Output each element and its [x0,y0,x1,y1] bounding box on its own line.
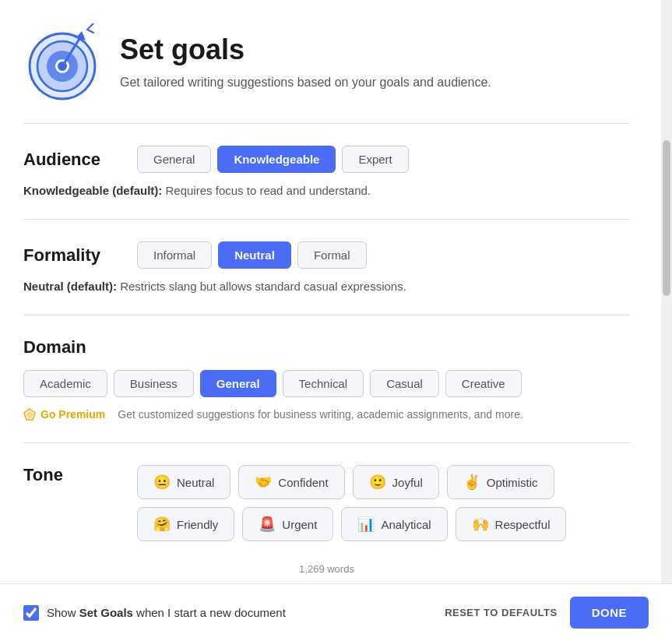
reset-defaults-button[interactable]: RESET TO DEFAULTS [445,607,558,618]
word-count: 1,269 words [299,563,354,575]
svg-line-9 [87,23,93,30]
confident-label: Confident [278,476,328,489]
formality-description: Neutral (default): Restricts slang but a… [23,280,630,293]
svg-marker-12 [26,410,33,418]
audience-btn-group: General Knowledgeable Expert [137,146,409,173]
optimistic-emoji: ✌️ [463,474,480,491]
header-section: Set goals Get tailored writing suggestio… [23,23,630,101]
domain-btn-academic[interactable]: Academic [23,370,107,397]
formality-btn-neutral[interactable]: Neutral [218,241,291,269]
tone-btn-group: 😐 Neutral 🤝 Confident 🙂 Joyful ✌️ Optimi… [137,465,630,541]
domain-bottom: Go Premium Get customized suggestions fo… [23,408,630,421]
domain-btn-technical[interactable]: Technical [283,370,364,397]
neutral-emoji: 😐 [153,474,171,491]
page-title: Set goals [120,33,491,66]
tone-btn-analytical[interactable]: 📊 Analytical [341,507,447,541]
audience-btn-knowledgeable[interactable]: Knowledgeable [217,146,336,173]
analytical-emoji: 📊 [357,516,375,533]
tone-btn-optimistic[interactable]: ✌️ Optimistic [447,465,554,499]
header-text: Set goals Get tailored writing suggestio… [120,33,491,91]
respectful-emoji: 🙌 [472,516,489,533]
audience-description: Knowledgeable (default): Requires focus … [23,184,630,197]
neutral-label: Neutral [177,476,214,489]
urgent-emoji: 🚨 [259,516,276,533]
domain-btn-business[interactable]: Business [114,370,194,397]
domain-label: Domain [23,337,125,357]
tone-btn-neutral[interactable]: 😐 Neutral [137,465,230,499]
formality-btn-formal[interactable]: Formal [297,241,367,269]
friendly-label: Friendly [177,518,218,531]
show-goals-checkbox-label[interactable]: Show Set Goals when I start a new docume… [23,605,286,621]
tone-top: Tone 😐 Neutral 🤝 Confident 🙂 Joyful ✌️ O… [23,465,630,541]
friendly-emoji: 🤗 [153,516,171,533]
audience-label: Audience [23,150,125,170]
formality-btn-informal[interactable]: Informal [137,241,212,269]
domain-btn-creative[interactable]: Creative [445,370,522,397]
analytical-label: Analytical [381,518,431,531]
urgent-label: Urgent [282,518,317,531]
domain-top: Domain Academic Business General Technic… [23,337,630,397]
tone-btn-urgent[interactable]: 🚨 Urgent [242,507,333,541]
checkbox-text: Show Set Goals when I start a new docume… [47,606,286,619]
footer-right: RESET TO DEFAULTS DONE [445,597,649,629]
formality-desc-rest: Restricts slang but allows standard casu… [117,280,406,293]
audience-section: Audience General Knowledgeable Expert Kn… [23,124,630,220]
formality-top: Formality Informal Neutral Formal [23,241,630,269]
show-goals-checkbox[interactable] [23,605,39,621]
footer-left: Show Set Goals when I start a new docume… [23,605,286,621]
audience-btn-general[interactable]: General [137,146,211,173]
audience-btn-expert[interactable]: Expert [342,146,408,173]
done-button[interactable]: DONE [570,597,649,629]
premium-description: Get customized suggestions for business … [118,408,523,421]
domain-section: Domain Academic Business General Technic… [23,315,630,443]
page-description: Get tailored writing suggestions based o… [120,74,491,91]
domain-btn-general[interactable]: General [200,370,276,397]
domain-btn-group: Academic Business General Technical Casu… [23,370,522,397]
footer-bar: Show Set Goals when I start a new docume… [0,583,672,641]
tone-btn-joyful[interactable]: 🙂 Joyful [353,465,439,499]
joyful-label: Joyful [392,476,423,489]
formality-label: Formality [23,245,125,266]
premium-label: Go Premium [40,408,105,421]
tone-section: Tone 😐 Neutral 🤝 Confident 🙂 Joyful ✌️ O… [23,443,630,557]
premium-diamond-icon [23,408,36,421]
audience-desc-rest: Requires focus to read and understand. [162,184,371,197]
svg-line-10 [87,30,93,33]
scrollbar-track[interactable] [661,0,672,641]
optimistic-label: Optimistic [487,476,538,489]
target-icon [23,23,101,101]
joyful-emoji: 🙂 [369,474,386,491]
tone-label: Tone [23,465,125,485]
scrollbar-thumb[interactable] [663,140,670,296]
audience-desc-bold: Knowledgeable (default): [23,184,162,197]
tone-btn-friendly[interactable]: 🤗 Friendly [137,507,234,541]
tone-btn-confident[interactable]: 🤝 Confident [238,465,344,499]
formality-btn-group: Informal Neutral Formal [137,241,367,269]
confident-emoji: 🤝 [255,474,272,491]
respectful-label: Respectful [495,518,551,531]
go-premium-link[interactable]: Go Premium [23,408,105,421]
set-goals-bold: Set Goals [79,606,133,619]
formality-desc-bold: Neutral (default): [23,280,117,293]
tone-btn-respectful[interactable]: 🙌 Respectful [456,507,567,541]
formality-section: Formality Informal Neutral Formal Neutra… [23,220,630,315]
audience-top: Audience General Knowledgeable Expert [23,146,630,173]
domain-btn-casual[interactable]: Casual [370,370,439,397]
